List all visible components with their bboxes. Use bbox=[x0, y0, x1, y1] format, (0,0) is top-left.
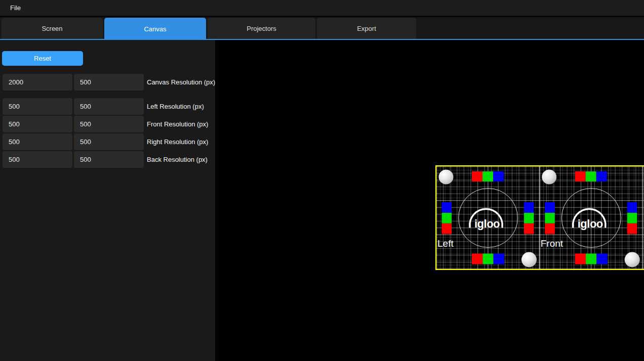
back-width-input[interactable] bbox=[3, 151, 72, 168]
rgb-bar-left bbox=[442, 202, 452, 213]
test-pattern-svg: iglooLeftiglooFrontiglooRightiglooBack bbox=[436, 166, 644, 269]
igloo-logo: igloo bbox=[573, 209, 606, 230]
igloo-logo-text: igloo bbox=[578, 217, 603, 230]
right-height-input[interactable] bbox=[74, 133, 144, 150]
right-resolution-row: Right Resolution (px) bbox=[0, 133, 215, 150]
tab-strip: Screen Canvas Projectors Export bbox=[2, 18, 416, 40]
rgb-bar-top bbox=[472, 171, 482, 182]
front-resolution-row: Front Resolution (px) bbox=[0, 116, 215, 132]
tab-export[interactable]: Export bbox=[317, 18, 416, 39]
menu-item-file[interactable]: File bbox=[0, 4, 31, 12]
right-width-input[interactable] bbox=[3, 133, 72, 150]
back-resolution-label: Back Resolution (px) bbox=[147, 156, 208, 163]
canvas-width-input[interactable] bbox=[3, 74, 72, 91]
rgb-bar-top bbox=[493, 171, 504, 182]
registration-sphere-top-left bbox=[542, 170, 556, 185]
rgb-bar-left bbox=[442, 223, 452, 234]
pattern-section-front: iglooFront bbox=[541, 170, 640, 267]
menu-bar: File bbox=[0, 0, 644, 16]
canvas-preview-area: iglooLeftiglooFrontiglooRightiglooBack bbox=[215, 40, 644, 361]
rgb-bar-bottom bbox=[575, 254, 586, 264]
canvas-height-input[interactable] bbox=[74, 74, 144, 91]
rgb-bar-left bbox=[545, 213, 555, 223]
registration-sphere-bottom-right bbox=[625, 252, 640, 267]
rgb-bar-bottom bbox=[472, 254, 482, 264]
front-height-input[interactable] bbox=[74, 116, 144, 132]
igloo-logo: igloo bbox=[470, 209, 502, 230]
rgb-bar-left bbox=[545, 202, 555, 213]
tab-projectors[interactable]: Projectors bbox=[208, 18, 315, 39]
tab-bar: Screen Canvas Projectors Export bbox=[0, 17, 644, 40]
rgb-bar-top bbox=[575, 171, 586, 182]
reset-button[interactable]: Reset bbox=[2, 51, 83, 66]
left-resolution-label: Left Resolution (px) bbox=[147, 103, 204, 110]
rgb-bar-right bbox=[627, 213, 637, 223]
tab-screen[interactable]: Screen bbox=[2, 18, 103, 39]
rgb-bar-right bbox=[524, 202, 534, 213]
rgb-bar-right bbox=[627, 223, 637, 234]
left-height-input[interactable] bbox=[74, 98, 144, 115]
rgb-bar-left bbox=[545, 223, 555, 234]
pattern-section-left: iglooLeft bbox=[437, 170, 537, 267]
rgb-bar-top bbox=[482, 171, 493, 182]
tab-canvas[interactable]: Canvas bbox=[104, 18, 206, 40]
front-width-input[interactable] bbox=[3, 116, 72, 132]
rgb-bar-bottom bbox=[596, 254, 607, 264]
igloo-logo-text: igloo bbox=[474, 217, 500, 230]
rgb-bar-left bbox=[442, 213, 452, 223]
canvas-resolution-label: Canvas Resolution (px) bbox=[147, 78, 215, 86]
rgb-bar-top bbox=[586, 171, 596, 182]
section-label: Front bbox=[541, 238, 564, 249]
rgb-bar-bottom bbox=[494, 254, 504, 264]
right-resolution-label: Right Resolution (px) bbox=[147, 138, 208, 146]
canvas-settings-panel: Reset Canvas Resolution (px) Left Resolu… bbox=[0, 40, 215, 361]
resolution-rows: Canvas Resolution (px) Left Resolution (… bbox=[0, 74, 215, 169]
test-pattern: iglooLeftiglooFrontiglooRightiglooBack bbox=[435, 165, 644, 270]
registration-sphere-bottom-right bbox=[521, 252, 537, 267]
registration-sphere-top-left bbox=[439, 170, 454, 185]
rgb-bar-bottom bbox=[586, 254, 596, 264]
left-width-input[interactable] bbox=[3, 98, 72, 115]
rgb-bar-right bbox=[524, 223, 534, 234]
rgb-bar-right bbox=[524, 213, 534, 223]
back-height-input[interactable] bbox=[74, 151, 144, 168]
section-label: Left bbox=[437, 238, 454, 249]
rgb-bar-bottom bbox=[482, 254, 493, 264]
back-resolution-row: Back Resolution (px) bbox=[0, 151, 215, 168]
canvas-resolution-row: Canvas Resolution (px) bbox=[0, 74, 215, 91]
rgb-bar-right bbox=[627, 202, 637, 213]
left-resolution-row: Left Resolution (px) bbox=[0, 98, 215, 115]
rgb-bar-top bbox=[596, 171, 607, 182]
front-resolution-label: Front Resolution (px) bbox=[147, 120, 208, 128]
